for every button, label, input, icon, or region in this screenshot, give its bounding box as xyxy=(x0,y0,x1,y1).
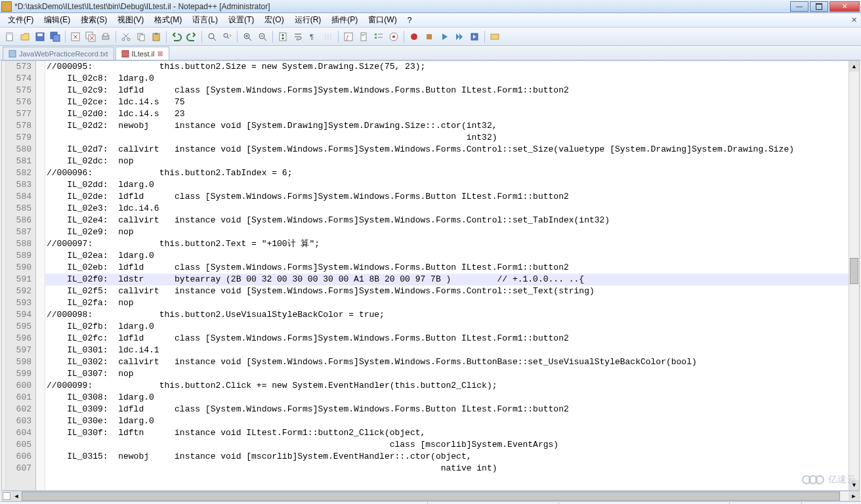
app-icon xyxy=(1,1,12,12)
toolbar-extra-icon[interactable] xyxy=(488,30,502,44)
close-file-icon[interactable] xyxy=(68,30,83,44)
menu-edit[interactable]: 编辑(E) xyxy=(39,13,75,27)
svg-rect-3 xyxy=(37,33,43,36)
menu-search[interactable]: 搜索(S) xyxy=(75,13,112,27)
menu-macro[interactable]: 宏(O) xyxy=(259,13,289,27)
tab-active[interactable]: ILtest.il ⊠ xyxy=(116,47,170,60)
scroll-right-icon[interactable]: ► xyxy=(849,492,859,501)
menu-run[interactable]: 运行(R) xyxy=(289,13,327,27)
status-bar: Normal text file length : 60231 lines : … xyxy=(0,501,861,504)
vertical-scrollbar[interactable]: ▲ ▼ xyxy=(849,61,859,490)
fold-margin[interactable] xyxy=(36,61,45,490)
toolbar: ¶ ƒ xyxy=(0,28,861,46)
redo-icon[interactable] xyxy=(184,30,199,44)
maximize-button[interactable] xyxy=(810,1,828,12)
code-view[interactable]: //000095: this.button2.Size = new System… xyxy=(45,61,849,490)
function-list-icon[interactable] xyxy=(371,30,386,44)
minimize-button[interactable]: — xyxy=(790,1,808,12)
editor[interactable]: 5735745755765775785795805815825835845855… xyxy=(6,61,859,490)
window-controls: — ✕ xyxy=(790,1,860,12)
scroll-down-icon[interactable]: ▼ xyxy=(849,480,859,490)
svg-text:ƒ: ƒ xyxy=(346,34,349,41)
menu-bar: 文件(F) 编辑(E) 搜索(S) 视图(V) 格式(M) 语言(L) 设置(T… xyxy=(0,13,861,28)
find-icon[interactable] xyxy=(205,30,219,44)
svg-rect-29 xyxy=(375,37,377,39)
svg-point-31 xyxy=(392,35,395,38)
menu-view[interactable]: 视图(V) xyxy=(112,13,149,27)
zoom-out-icon[interactable] xyxy=(255,30,270,44)
tab-label: JavaWebPracticeRecord.txt xyxy=(19,50,108,58)
hscroll-track[interactable] xyxy=(22,492,849,501)
menu-plugins[interactable]: 插件(P) xyxy=(326,13,363,27)
close-all-icon[interactable] xyxy=(83,30,98,44)
tab-bar: JavaWebPracticeRecord.txt ILtest.il ⊠ xyxy=(0,46,861,60)
save-icon[interactable] xyxy=(33,30,47,44)
svg-rect-28 xyxy=(375,33,377,35)
mdi-close-icon[interactable]: ✕ xyxy=(851,16,857,24)
copy-icon[interactable] xyxy=(134,30,148,44)
svg-rect-36 xyxy=(9,51,16,57)
svg-rect-25 xyxy=(361,33,366,41)
play-macro-icon[interactable] xyxy=(437,30,452,44)
toolbar-separator xyxy=(65,31,66,43)
svg-rect-5 xyxy=(53,35,60,41)
word-wrap-icon[interactable] xyxy=(291,30,305,44)
hscroll-corner xyxy=(3,492,10,500)
line-number-gutter: 5735745755765775785795805815825835845855… xyxy=(6,61,36,490)
doc-map-icon[interactable] xyxy=(356,30,371,44)
tab-inactive[interactable]: JavaWebPracticeRecord.txt xyxy=(3,47,114,60)
svg-rect-27 xyxy=(362,35,364,36)
save-macro-icon[interactable] xyxy=(467,30,482,44)
toolbar-separator xyxy=(272,31,273,43)
tab-close-icon[interactable]: ⊠ xyxy=(157,51,163,57)
new-file-icon[interactable] xyxy=(3,30,17,44)
menu-format[interactable]: 格式(M) xyxy=(149,13,187,27)
scroll-left-icon[interactable]: ◄ xyxy=(11,492,22,501)
tab-label: ILtest.il xyxy=(132,50,155,58)
editor-area: 5735745755765775785795805815825835845855… xyxy=(1,60,860,491)
zoom-in-icon[interactable] xyxy=(240,30,255,44)
print-icon[interactable] xyxy=(98,30,113,44)
file-icon xyxy=(9,50,16,58)
horizontal-scroll-thumb[interactable] xyxy=(22,492,840,501)
menu-file[interactable]: 文件(F) xyxy=(3,13,39,27)
menu-window[interactable]: 窗口(W) xyxy=(363,13,402,27)
toolbar-separator xyxy=(201,31,202,43)
toolbar-separator xyxy=(338,31,339,43)
folder-workspace-icon[interactable] xyxy=(387,30,401,44)
menu-language[interactable]: 语言(L) xyxy=(187,13,223,27)
menu-help[interactable]: ? xyxy=(402,14,417,26)
close-button[interactable]: ✕ xyxy=(830,1,860,12)
svg-rect-10 xyxy=(104,33,108,36)
file-dirty-icon xyxy=(121,50,129,58)
toolbar-separator xyxy=(404,31,404,43)
svg-rect-1 xyxy=(7,33,12,35)
toolbar-separator xyxy=(116,31,116,43)
svg-rect-26 xyxy=(362,34,366,35)
stop-macro-icon[interactable] xyxy=(422,30,436,44)
replace-icon[interactable] xyxy=(220,30,234,44)
cut-icon[interactable] xyxy=(119,30,133,44)
open-file-icon[interactable] xyxy=(18,30,32,44)
svg-rect-16 xyxy=(155,33,158,35)
vertical-scroll-thumb[interactable] xyxy=(850,258,858,284)
title-bar: *D:\taskDemo\ILtest\ILtest\bin\Debug\ILt… xyxy=(0,0,861,13)
menu-settings[interactable]: 设置(T) xyxy=(223,13,259,27)
save-all-icon[interactable] xyxy=(48,30,62,44)
run-multi-icon[interactable] xyxy=(452,30,467,44)
toolbar-separator xyxy=(166,31,167,43)
svg-point-17 xyxy=(209,33,214,39)
undo-icon[interactable] xyxy=(169,30,184,44)
svg-text:¶: ¶ xyxy=(310,33,314,41)
horizontal-scrollbar[interactable]: ◄ ► xyxy=(1,491,860,501)
svg-rect-37 xyxy=(122,51,129,57)
scroll-up-icon[interactable]: ▲ xyxy=(849,61,859,72)
sync-vscroll-icon[interactable] xyxy=(276,30,290,44)
record-macro-icon[interactable] xyxy=(407,30,421,44)
svg-rect-14 xyxy=(140,35,144,41)
indent-guide-icon[interactable] xyxy=(321,30,335,44)
window-title: *D:\taskDemo\ILtest\ILtest\bin\Debug\ILt… xyxy=(14,2,790,11)
user-lang-icon[interactable]: ƒ xyxy=(341,30,356,44)
show-all-chars-icon[interactable]: ¶ xyxy=(306,30,320,44)
paste-icon[interactable] xyxy=(149,30,163,44)
